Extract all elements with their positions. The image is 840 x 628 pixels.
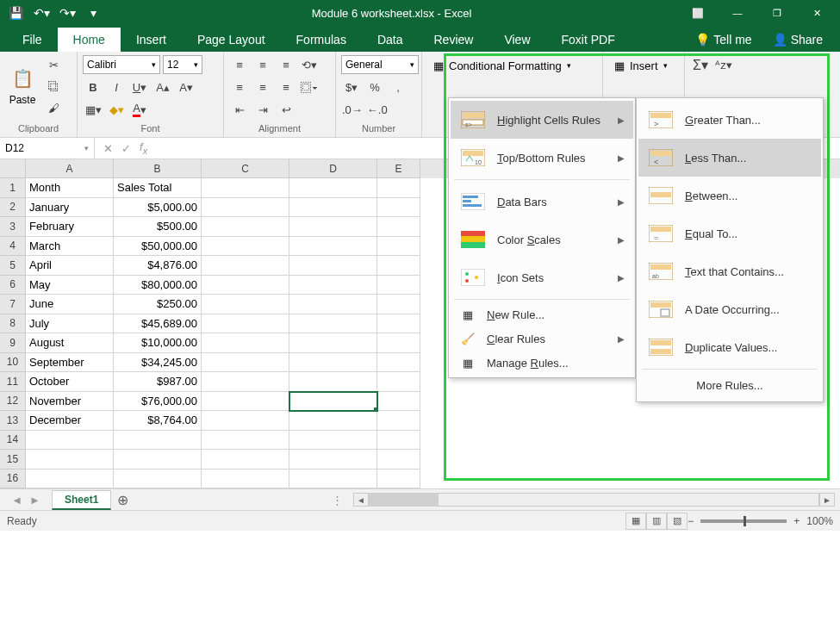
cell[interactable] xyxy=(202,333,289,353)
autosum-icon[interactable]: Σ▾ xyxy=(690,55,711,74)
increase-font-icon[interactable]: A▴ xyxy=(152,78,173,96)
cell[interactable]: January xyxy=(26,198,114,218)
horizontal-scrollbar[interactable] xyxy=(369,493,819,507)
cell[interactable]: Month xyxy=(26,178,114,198)
tab-view[interactable]: View xyxy=(488,28,545,52)
tab-insert[interactable]: Insert xyxy=(121,28,182,52)
cell[interactable]: $250.00 xyxy=(114,295,202,314)
row-header[interactable]: 11 xyxy=(0,372,26,392)
align-right-icon[interactable]: ≡ xyxy=(276,78,296,96)
zoom-slider[interactable] xyxy=(700,519,787,523)
cell[interactable] xyxy=(289,450,377,469)
cell[interactable]: $4,876.00 xyxy=(114,256,202,276)
sort-filter-icon[interactable]: ᴬz▾ xyxy=(713,55,734,74)
cell[interactable] xyxy=(377,450,420,469)
normal-view-icon[interactable]: ▦ xyxy=(625,513,646,530)
menu-data-bars[interactable]: Data Bars ▶ xyxy=(451,183,633,221)
insert-cells-button[interactable]: ▦Insert ▾ xyxy=(608,55,674,76)
menu-manage-rules[interactable]: ▦ Manage Rules... xyxy=(451,351,633,375)
maximize-icon[interactable]: ❐ xyxy=(757,0,797,26)
row-header[interactable]: 6 xyxy=(0,276,26,295)
cancel-formula-icon[interactable]: ✕ xyxy=(103,142,113,155)
row-header[interactable]: 1 xyxy=(0,178,26,198)
cell[interactable]: $500.00 xyxy=(114,217,202,237)
copy-icon[interactable]: ⿻ xyxy=(43,77,64,96)
accounting-format-icon[interactable]: $▾ xyxy=(341,78,362,96)
cell[interactable] xyxy=(202,469,289,489)
underline-button[interactable]: U▾ xyxy=(129,78,150,96)
font-size-combo[interactable]: 12▾ xyxy=(163,55,202,74)
cell[interactable] xyxy=(377,237,420,257)
cell[interactable] xyxy=(377,256,420,276)
tab-review[interactable]: Review xyxy=(419,28,489,52)
cell[interactable] xyxy=(202,178,289,198)
cell[interactable] xyxy=(377,411,420,431)
share-button[interactable]: 👤Share xyxy=(762,28,833,52)
cell[interactable] xyxy=(289,333,377,353)
align-center-icon[interactable]: ≡ xyxy=(252,78,273,96)
align-left-icon[interactable]: ≡ xyxy=(229,78,250,96)
row-header[interactable]: 16 xyxy=(0,469,26,489)
column-header[interactable]: C xyxy=(202,159,289,178)
cut-icon[interactable]: ✂ xyxy=(43,55,64,74)
cell[interactable] xyxy=(289,431,377,451)
cell[interactable] xyxy=(202,198,289,218)
menu-top-bottom-rules[interactable]: 10 Top/Bottom Rules ▶ xyxy=(451,139,633,177)
cell[interactable] xyxy=(202,392,289,412)
new-sheet-icon[interactable]: ⊕ xyxy=(111,492,134,508)
column-header[interactable]: E xyxy=(377,159,420,178)
font-name-combo[interactable]: Calibri▾ xyxy=(83,55,160,74)
sheet-prev-icon[interactable]: ◄ xyxy=(11,494,22,507)
cell[interactable]: May xyxy=(26,276,114,295)
cell[interactable] xyxy=(114,431,202,451)
cell[interactable] xyxy=(289,276,377,295)
enter-formula-icon[interactable]: ✓ xyxy=(121,142,131,155)
cell[interactable] xyxy=(377,217,420,237)
cell[interactable] xyxy=(377,198,420,218)
cell[interactable] xyxy=(202,237,289,257)
cell[interactable] xyxy=(289,469,377,489)
tab-foxit-pdf[interactable]: Foxit PDF xyxy=(546,28,631,52)
cell[interactable] xyxy=(377,314,420,334)
cell[interactable] xyxy=(202,450,289,469)
sheet-tab[interactable]: Sheet1 xyxy=(52,490,111,510)
cell[interactable]: $80,000.00 xyxy=(114,276,202,295)
tell-me[interactable]: 💡Tell me xyxy=(685,28,762,52)
orientation-icon[interactable]: ⟲▾ xyxy=(299,55,320,74)
menu-duplicate-values[interactable]: Duplicate Values... xyxy=(638,328,821,366)
merge-center-icon[interactable]: ⿴▾ xyxy=(299,78,320,96)
cell[interactable] xyxy=(26,469,114,489)
menu-clear-rules[interactable]: 🧹 Clear Rules ▶ xyxy=(451,326,633,351)
close-icon[interactable]: ✕ xyxy=(797,0,837,26)
row-header[interactable]: 5 xyxy=(0,256,26,276)
cell[interactable] xyxy=(202,295,289,314)
cell[interactable]: July xyxy=(26,314,114,334)
cell[interactable] xyxy=(114,469,202,489)
cell[interactable] xyxy=(26,450,114,469)
align-top-icon[interactable]: ≡ xyxy=(229,55,250,74)
menu-highlight-cells-rules[interactable]: s> Highlight Cells Rules ▶ xyxy=(451,101,633,139)
menu-icon-sets[interactable]: Icon Sets ▶ xyxy=(451,258,633,296)
cell[interactable] xyxy=(202,372,289,392)
italic-button[interactable]: I xyxy=(106,78,127,96)
wrap-text-icon[interactable]: ↩ xyxy=(276,100,296,119)
cell[interactable]: August xyxy=(26,333,114,353)
cell[interactable] xyxy=(202,314,289,334)
align-middle-icon[interactable]: ≡ xyxy=(252,55,273,74)
cell[interactable] xyxy=(26,431,114,451)
zoom-in-icon[interactable]: + xyxy=(793,515,800,527)
undo-icon[interactable]: ↶▾ xyxy=(29,3,53,23)
cell[interactable] xyxy=(202,411,289,431)
cell[interactable] xyxy=(289,237,377,257)
cell[interactable] xyxy=(289,178,377,198)
column-header[interactable]: A xyxy=(26,159,114,178)
cell[interactable]: $45,689.00 xyxy=(114,314,202,334)
row-header[interactable]: 10 xyxy=(0,353,26,373)
tab-home[interactable]: Home xyxy=(58,28,121,52)
cell[interactable] xyxy=(202,431,289,451)
cell[interactable] xyxy=(377,178,420,198)
menu-new-rule[interactable]: ▦ New Rule... xyxy=(451,302,633,326)
redo-icon[interactable]: ↷▾ xyxy=(55,3,79,23)
scroll-right-icon[interactable]: ► xyxy=(819,493,835,507)
increase-indent-icon[interactable]: ⇥ xyxy=(252,100,273,119)
